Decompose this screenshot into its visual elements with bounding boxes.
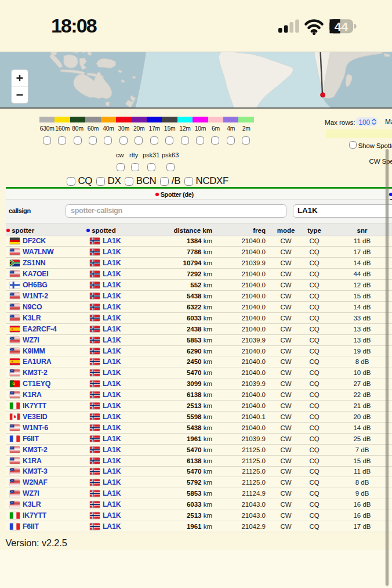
svg-text:44: 44 bbox=[335, 20, 349, 33]
